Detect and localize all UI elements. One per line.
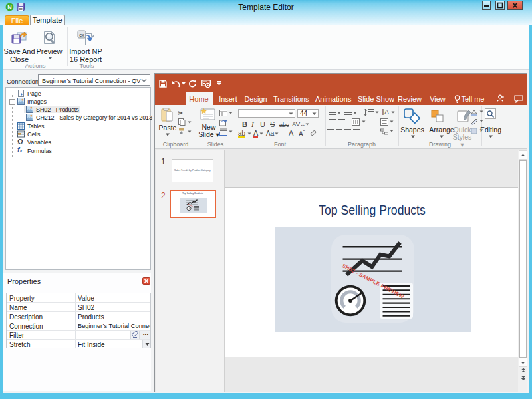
svg-text:N: N bbox=[7, 4, 12, 11]
svg-text:cx: cx bbox=[79, 32, 84, 38]
